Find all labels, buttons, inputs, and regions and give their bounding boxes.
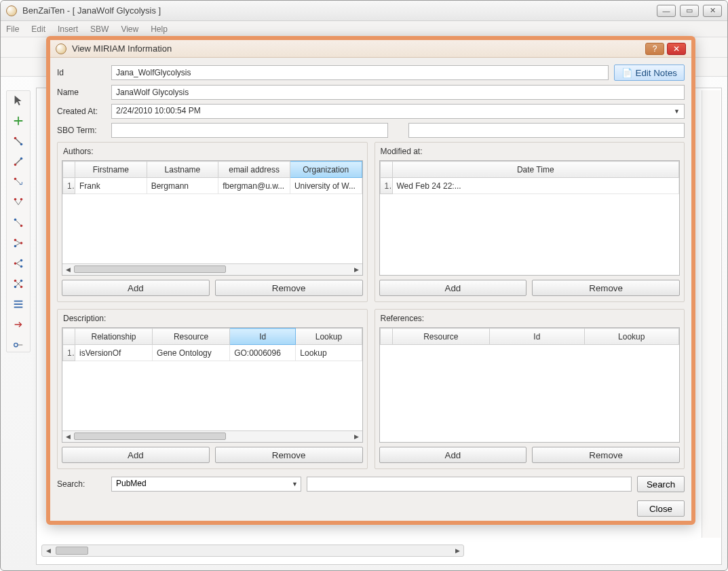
description-col-relationship[interactable]: Relationship bbox=[75, 329, 153, 345]
description-corner-cell[interactable] bbox=[63, 329, 75, 345]
cell-resource[interactable]: Gene Ontology bbox=[153, 345, 230, 361]
cell-email[interactable]: fbergman@u.w... bbox=[218, 178, 290, 194]
edit-notes-button[interactable]: 📄 Edit Notes bbox=[614, 65, 685, 81]
sbo-term-input-left[interactable] bbox=[111, 123, 388, 138]
node-tool-5-icon[interactable] bbox=[12, 216, 25, 229]
scroll-left-icon[interactable]: ◀ bbox=[62, 433, 74, 440]
table-row[interactable]: 1 isVersionOf Gene Ontology GO:0006096 L… bbox=[63, 345, 362, 361]
svg-point-6 bbox=[20, 198, 23, 201]
table-row[interactable]: 1 Frank Bergmann fbergman@u.w... Univers… bbox=[63, 178, 362, 194]
menu-view[interactable]: View bbox=[121, 24, 138, 34]
maximize-button[interactable]: ▭ bbox=[680, 5, 699, 17]
svg-rect-19 bbox=[14, 301, 23, 302]
scroll-left-arrow-icon[interactable]: ◀ bbox=[42, 547, 54, 554]
modified-corner-cell[interactable] bbox=[380, 162, 392, 178]
name-label: Name bbox=[57, 88, 106, 97]
scroll-thumb[interactable] bbox=[74, 265, 226, 273]
table-row[interactable]: 1 Wed Feb 24 22:... bbox=[380, 178, 679, 194]
authors-col-email[interactable]: email address bbox=[218, 162, 290, 178]
created-at-label: Created At: bbox=[57, 107, 106, 116]
terminal-node-icon[interactable] bbox=[12, 338, 25, 352]
pointer-tool-icon[interactable] bbox=[12, 94, 25, 107]
description-table[interactable]: Relationship Resource Id Lookup 1 isVers… bbox=[62, 328, 362, 361]
cell-id[interactable]: GO:0006096 bbox=[230, 345, 296, 361]
dialog-help-button[interactable]: ? bbox=[645, 43, 664, 55]
cell-organization[interactable]: University of W... bbox=[290, 178, 362, 194]
node-tool-7-icon[interactable] bbox=[12, 257, 25, 270]
references-add-button[interactable]: Add bbox=[379, 447, 527, 463]
cell-lastname[interactable]: Bergmann bbox=[147, 178, 218, 194]
sbo-term-input-right[interactable] bbox=[408, 123, 685, 138]
canvas-horizontal-scrollbar[interactable]: ◀ ▶ bbox=[41, 545, 464, 557]
node-tool-8-icon[interactable] bbox=[12, 277, 25, 291]
authors-corner-cell[interactable] bbox=[63, 162, 75, 178]
node-tool-6-icon[interactable] bbox=[12, 236, 25, 250]
close-button[interactable]: Close bbox=[637, 500, 685, 517]
scroll-right-arrow-icon[interactable]: ▶ bbox=[451, 547, 463, 554]
scroll-left-icon[interactable]: ◀ bbox=[62, 266, 74, 273]
add-tool-icon[interactable] bbox=[12, 114, 25, 128]
authors-title: Authors: bbox=[63, 147, 363, 156]
node-tool-2-icon[interactable] bbox=[12, 155, 25, 168]
menu-edit[interactable]: Edit bbox=[31, 24, 45, 34]
id-input[interactable] bbox=[111, 65, 609, 80]
references-col-lookup[interactable]: Lookup bbox=[584, 329, 678, 345]
description-remove-button[interactable]: Remove bbox=[215, 447, 363, 463]
row-number: 1 bbox=[63, 178, 75, 194]
scroll-right-icon[interactable]: ▶ bbox=[351, 266, 362, 273]
authors-col-lastname[interactable]: Lastname bbox=[147, 162, 218, 178]
modified-table[interactable]: Date Time 1 Wed Feb 24 22:... bbox=[380, 161, 680, 194]
description-add-button[interactable]: Add bbox=[62, 447, 210, 463]
menu-file[interactable]: File bbox=[6, 24, 19, 34]
node-tool-4-icon[interactable] bbox=[12, 196, 25, 209]
created-at-dropdown[interactable]: 2/24/2010 10:00:54 PM ▼ bbox=[111, 104, 685, 119]
menu-insert[interactable]: Insert bbox=[58, 24, 78, 34]
authors-remove-button[interactable]: Remove bbox=[215, 280, 363, 296]
scroll-thumb[interactable] bbox=[74, 432, 226, 440]
modified-section: Modified at: Date Time 1 Wed Feb 24 22:.… bbox=[375, 142, 685, 302]
description-col-lookup[interactable]: Lookup bbox=[296, 329, 362, 345]
search-source-dropdown[interactable]: PubMed ▼ bbox=[111, 477, 301, 492]
cell-relationship[interactable]: isVersionOf bbox=[75, 345, 153, 361]
cell-firstname[interactable]: Frank bbox=[75, 178, 147, 194]
authors-add-button[interactable]: Add bbox=[62, 280, 210, 296]
references-col-id[interactable]: Id bbox=[490, 329, 584, 345]
description-col-id[interactable]: Id bbox=[230, 329, 296, 345]
chevron-down-icon: ▼ bbox=[292, 481, 298, 487]
modified-add-button[interactable]: Add bbox=[379, 280, 527, 296]
scroll-thumb[interactable] bbox=[56, 547, 88, 555]
scroll-right-icon[interactable]: ▶ bbox=[351, 433, 362, 440]
sbo-term-label: SBO Term: bbox=[57, 126, 106, 135]
menu-help[interactable]: Help bbox=[151, 24, 168, 34]
modified-remove-button[interactable]: Remove bbox=[532, 280, 680, 296]
menu-sbw[interactable]: SBW bbox=[90, 24, 109, 34]
search-input[interactable] bbox=[307, 477, 632, 492]
search-button[interactable]: Search bbox=[637, 476, 685, 492]
cell-lookup[interactable]: Lookup bbox=[296, 345, 362, 361]
align-tool-icon[interactable] bbox=[12, 297, 25, 311]
arrow-tool-icon[interactable] bbox=[12, 318, 25, 331]
modified-col-datetime[interactable]: Date Time bbox=[392, 162, 679, 178]
description-col-resource[interactable]: Resource bbox=[153, 329, 230, 345]
references-table[interactable]: Resource Id Lookup bbox=[380, 328, 680, 345]
svg-rect-20 bbox=[14, 303, 23, 305]
node-tool-3-icon[interactable] bbox=[12, 175, 25, 189]
node-tool-1-icon[interactable] bbox=[12, 134, 25, 148]
cell-datetime[interactable]: Wed Feb 24 22:... bbox=[392, 178, 679, 194]
svg-point-5 bbox=[14, 198, 17, 201]
authors-col-organization[interactable]: Organization bbox=[290, 162, 362, 178]
description-h-scrollbar[interactable]: ◀ ▶ bbox=[62, 430, 362, 442]
authors-h-scrollbar[interactable]: ◀ ▶ bbox=[62, 263, 362, 275]
svg-point-12 bbox=[14, 262, 17, 265]
minimize-button[interactable]: — bbox=[657, 5, 676, 17]
dialog-title: View MIRIAM Information bbox=[72, 43, 172, 54]
authors-col-firstname[interactable]: Firstname bbox=[75, 162, 147, 178]
main-titlebar: BenZaiTen - [ JanaWolf Glycolysis ] — ▭ … bbox=[1, 1, 727, 21]
references-col-resource[interactable]: Resource bbox=[392, 329, 490, 345]
close-window-button[interactable]: ✕ bbox=[703, 5, 722, 17]
references-corner-cell[interactable] bbox=[380, 329, 392, 345]
name-input[interactable] bbox=[111, 85, 685, 100]
references-remove-button[interactable]: Remove bbox=[532, 447, 680, 463]
authors-table[interactable]: Firstname Lastname email address Organiz… bbox=[62, 161, 362, 194]
dialog-close-x-button[interactable]: ✕ bbox=[667, 43, 686, 55]
